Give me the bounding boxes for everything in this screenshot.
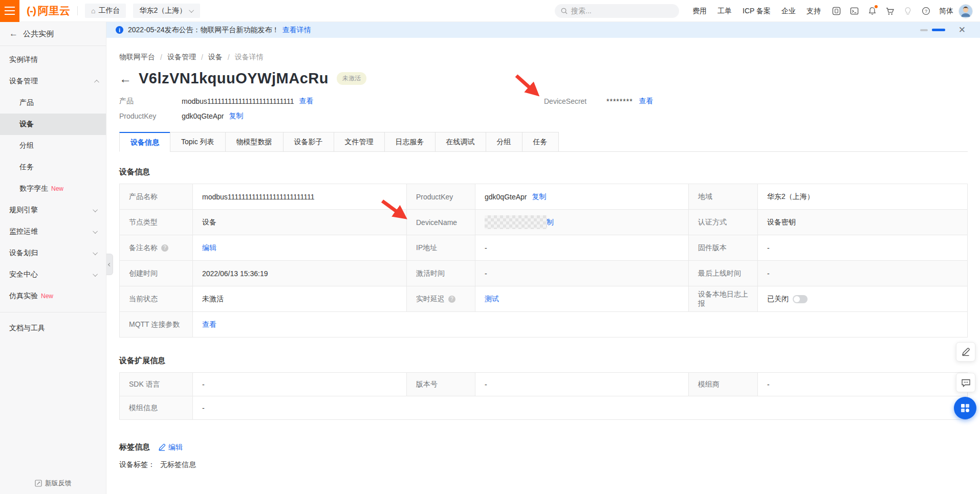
tab-设备信息[interactable]: 设备信息	[119, 132, 170, 152]
feedback-button[interactable]: 新版反馈	[0, 479, 106, 488]
search-input[interactable]: 搜索...	[555, 4, 679, 18]
tab-分组[interactable]: 分组	[486, 132, 522, 152]
sidebar-item-任务[interactable]: 任务	[0, 156, 106, 178]
tab-物模型数据[interactable]: 物模型数据	[225, 132, 284, 152]
tab-任务[interactable]: 任务	[522, 132, 559, 152]
cell-label-text: 实时延迟	[416, 295, 445, 304]
sidebar-item-规则引擎[interactable]: 规则引擎	[0, 199, 106, 221]
tag-edit-link[interactable]: 编辑	[168, 443, 183, 452]
cell-action-link[interactable]: 复制	[532, 192, 547, 201]
cell-label: 当前状态	[120, 286, 192, 311]
breadcrumb-item[interactable]: 物联网平台	[119, 53, 155, 62]
cell-value: -	[757, 373, 967, 396]
productkey-label: ProductKey	[119, 112, 182, 120]
toggle-switch[interactable]	[793, 295, 808, 303]
product-view-link[interactable]: 查看	[299, 97, 314, 106]
cart-icon[interactable]	[885, 7, 895, 16]
lightbulb-icon[interactable]	[903, 7, 912, 16]
cell-value: 设备	[192, 210, 406, 235]
widget-launcher-button[interactable]	[954, 397, 976, 419]
sidebar-item-设备管理[interactable]: 设备管理	[0, 71, 106, 92]
sidebar-collapse-handle[interactable]	[106, 254, 113, 275]
tab-文件管理[interactable]: 文件管理	[334, 132, 385, 152]
cell-label: 实时延迟?	[406, 286, 475, 311]
sidebar-item-分组[interactable]: 分组	[0, 135, 106, 156]
cell-action-link[interactable]: 查看	[202, 320, 216, 329]
cell-label: 模组信息	[120, 396, 192, 419]
chevron-down-icon	[93, 207, 98, 212]
cell-label-text: IP地址	[416, 243, 437, 253]
topbar-link-enterprise[interactable]: 企业	[781, 7, 796, 16]
question-circle-icon[interactable]: ?	[161, 244, 168, 252]
notification-dot	[875, 5, 878, 8]
announcement-dot-inactive[interactable]	[920, 29, 928, 31]
cell-action-link[interactable]: 编辑	[202, 243, 216, 253]
breadcrumb-item[interactable]: 设备	[208, 53, 223, 62]
cloudshell-icon[interactable]	[850, 7, 859, 16]
tab-设备影子[interactable]: 设备影子	[283, 132, 334, 152]
topbar-link-icp[interactable]: ICP 备案	[743, 7, 771, 16]
notifications-bell-icon[interactable]	[867, 7, 877, 16]
sidebar-item-安全中心[interactable]: 安全中心	[0, 264, 106, 285]
sidebar-item-实例详情[interactable]: 实例详情	[0, 49, 106, 71]
tabbar: 设备信息Topic 列表物模型数据设备影子文件管理日志服务在线调试分组任务	[119, 132, 968, 152]
cell-action-link[interactable]: 测试	[485, 295, 499, 304]
sidebar-item-仿真实验[interactable]: 仿真实验New	[0, 285, 106, 307]
close-icon[interactable]: ✕	[959, 26, 966, 34]
breadcrumb-separator: /	[160, 53, 162, 61]
cell-label-text: 认证方式	[698, 218, 727, 227]
cell-value: 编辑	[192, 235, 406, 260]
sidebar-item-文档与工具[interactable]: 文档与工具	[0, 318, 106, 339]
sidebar-item-label: 监控运维	[9, 227, 38, 236]
sidebar-item-数字孪生[interactable]: 数字孪生New	[0, 178, 106, 199]
cell-value: -	[757, 261, 967, 286]
productkey-copy-link[interactable]: 复制	[229, 111, 244, 121]
help-icon[interactable]: ?	[921, 7, 930, 16]
tab-Topic 列表[interactable]: Topic 列表	[170, 132, 226, 152]
sidebar-item-监控运维[interactable]: 监控运维	[0, 221, 106, 242]
topbar-link-tickets[interactable]: 工单	[717, 7, 732, 16]
locale-switch[interactable]: 简体	[939, 7, 953, 16]
cell-label-text: 固件版本	[698, 243, 727, 253]
announcement-dot-active[interactable]	[932, 29, 945, 31]
cell-value: -	[757, 235, 967, 260]
feedback-edit-button[interactable]	[956, 342, 975, 362]
workbench-button[interactable]: ⌂ 工作台	[85, 4, 126, 18]
divider	[0, 312, 106, 312]
announcement-bar: i 2022-05-24发布公告：物联网平台新功能发布！ 查看详情 ✕	[106, 22, 980, 38]
aliyun-logo[interactable]: (-) 阿里云	[27, 4, 70, 18]
edit-pencil-icon	[158, 443, 166, 451]
sidebar-item-设备[interactable]: 设备	[0, 114, 106, 135]
back-arrow-icon[interactable]: ←	[119, 73, 132, 85]
device-ext-table: SDK 语言-版本号-模组商-模组信息-	[119, 372, 968, 420]
sidebar-item-产品[interactable]: 产品	[0, 92, 106, 114]
productkey-value: gdk0qGteApr	[182, 112, 224, 120]
cell-label-text: DeviceName	[416, 218, 457, 227]
feedback-comment-button[interactable]	[956, 373, 975, 392]
cell-value-text: -	[767, 270, 770, 278]
sidebar-item-设备划归[interactable]: 设备划归	[0, 242, 106, 264]
breadcrumb-item[interactable]: 设备管理	[167, 53, 196, 62]
tab-在线调试[interactable]: 在线调试	[435, 132, 486, 152]
app-icon[interactable]	[832, 7, 841, 16]
cell-label-text: SDK 语言	[129, 380, 160, 389]
topbar-link-support[interactable]: 支持	[807, 7, 821, 16]
cell-value-text: -	[767, 244, 770, 252]
tab-日志服务[interactable]: 日志服务	[384, 132, 435, 152]
breadcrumb: 物联网平台/设备管理/设备/设备详情	[119, 53, 968, 62]
masked-devicename	[485, 215, 547, 229]
avatar[interactable]	[959, 4, 973, 18]
back-arrow-icon[interactable]: ←	[9, 29, 18, 39]
question-circle-icon[interactable]: ?	[448, 296, 455, 303]
announcement-detail-link[interactable]: 查看详情	[282, 26, 311, 35]
hamburger-menu-icon[interactable]	[0, 0, 19, 22]
breadcrumb-separator: /	[201, 53, 203, 61]
topbar-link-billing[interactable]: 费用	[692, 7, 707, 16]
cell-label: 节点类型	[120, 210, 192, 235]
chevron-down-icon	[93, 250, 98, 255]
cell-value: 已关闭	[757, 286, 967, 311]
cell-label: 最后上线时间	[688, 261, 757, 286]
devicesecret-view-link[interactable]: 查看	[639, 97, 654, 106]
region-selector[interactable]: 华东2（上海）	[133, 4, 200, 18]
sidebar-item-label: 设备	[19, 120, 34, 129]
